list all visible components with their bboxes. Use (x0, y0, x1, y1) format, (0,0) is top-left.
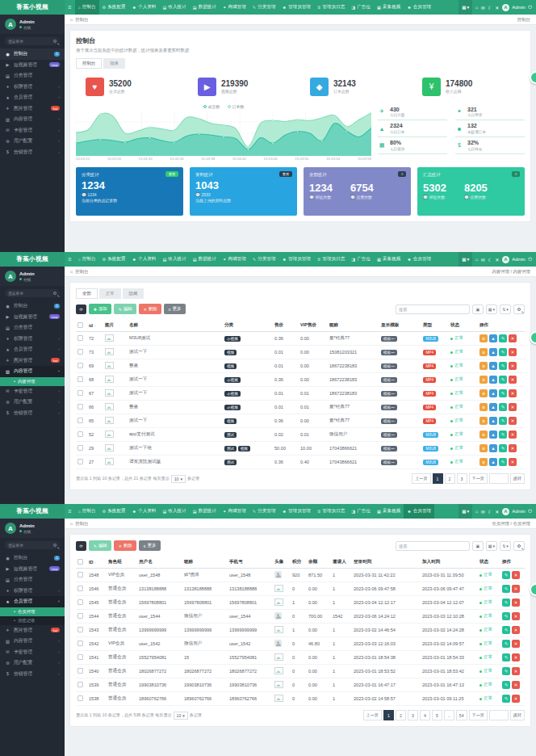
detail-button[interactable]: ≡ (479, 362, 488, 370)
row-checkbox[interactable] (77, 335, 83, 341)
delete-row-button[interactable]: ✕ (509, 430, 517, 439)
page-button-4[interactable]: 4 (420, 710, 430, 720)
delete-row-button[interactable]: ✕ (512, 598, 520, 607)
tab-1[interactable]: 报表 (103, 58, 125, 69)
edit-row-button[interactable]: ✎ (499, 444, 507, 452)
detail-button[interactable]: ≡ (479, 403, 488, 411)
mail-icon[interactable]: ✉ (481, 257, 485, 262)
sidebar-search-input[interactable]: 搜索菜单 (5, 37, 60, 45)
edit-row-button[interactable]: ✎ (499, 458, 507, 466)
page-size-select[interactable]: 10▾ (171, 475, 186, 483)
edit-row-button[interactable]: ✎ (499, 417, 507, 425)
sort-button[interactable]: ⇅▾ (500, 304, 511, 314)
sidebar-item[interactable]: ◉控制台1 (0, 48, 65, 60)
mail-icon[interactable]: ✉ (481, 5, 485, 10)
select-all-checkbox[interactable] (77, 322, 83, 328)
nav-item[interactable]: ⚙系统配置 (99, 0, 129, 15)
nav-item[interactable]: ✦商城管理 (220, 252, 249, 267)
logout-icon[interactable]: ⏻ (528, 509, 532, 514)
page-button-2[interactable]: 2 (396, 710, 406, 720)
delete-row-button[interactable]: ✕ (509, 458, 517, 466)
sidebar-item[interactable]: ★会员管理‹ (0, 344, 65, 355)
avatar[interactable]: A (5, 19, 16, 30)
delete-row-button[interactable]: ✕ (509, 334, 517, 342)
nav-item[interactable]: ≣管理员日志 (314, 504, 348, 519)
nav-item[interactable]: ☻会员管理 (404, 252, 434, 267)
delete-button[interactable]: ✕删除 (114, 540, 136, 551)
page-jump-input[interactable] (489, 473, 509, 484)
top-button[interactable]: ▲ (489, 417, 497, 425)
sidebar-item[interactable]: ♦权限管理‹ (0, 82, 65, 93)
delete-row-button[interactable]: ✕ (512, 653, 520, 662)
row-checkbox[interactable] (77, 418, 83, 423)
edit-row-button[interactable]: ✎ (499, 334, 507, 342)
row-checkbox[interactable] (77, 599, 83, 605)
legend-item[interactable]: 成交数 (203, 104, 220, 109)
page-button-1[interactable]: 1 (433, 473, 443, 484)
detail-button[interactable]: ≡ (479, 334, 488, 342)
sidebar-subitem[interactable]: •会员管理 (0, 607, 65, 616)
nav-item[interactable]: ✦商城管理 (220, 0, 249, 15)
edit-button[interactable]: ✎编辑 (114, 304, 136, 314)
search-submit-button[interactable] (513, 541, 525, 551)
sidebar-item[interactable]: ▶短视频管理new (0, 564, 65, 575)
delete-row-button[interactable]: ✕ (509, 417, 517, 425)
nav-item[interactable]: ☻个人资料 (129, 252, 160, 267)
nav-item[interactable]: ☻管理员管理 (278, 252, 313, 267)
prev-page-button[interactable]: 上一页 (363, 710, 382, 720)
nav-item[interactable]: ▤收入统计 (159, 252, 189, 267)
columns-button[interactable]: ▦▾ (486, 304, 497, 314)
avatar[interactable]: A (502, 256, 509, 263)
next-page-button[interactable]: 下一页 (469, 710, 488, 720)
edit-row-button[interactable]: ✎ (499, 389, 507, 397)
top-button[interactable]: ▲ (489, 403, 497, 411)
nav-item[interactable]: ☻个人资料 (129, 0, 160, 15)
sidebar-item[interactable]: ◉控制台1 (0, 552, 65, 564)
sidebar-item[interactable]: ⚙用户配置‹ (0, 397, 65, 408)
page-button-5[interactable]: 5 (432, 710, 442, 720)
sidebar-item[interactable]: $营销管理‹ (0, 408, 65, 419)
avatar[interactable]: A (502, 508, 509, 515)
layout-switch-button[interactable]: ▦▾ (459, 0, 472, 15)
sidebar-item[interactable]: ★会员管理▾ (0, 596, 65, 607)
delete-row-button[interactable]: ✕ (512, 571, 520, 579)
edit-row-button[interactable]: ✎ (502, 598, 510, 607)
page-button-1[interactable]: 1 (383, 710, 394, 720)
sidebar-item[interactable]: ▧内容管理▾ (0, 366, 65, 377)
refresh-button[interactable]: ⟳ (76, 541, 86, 551)
page-button-2[interactable]: 2 (445, 473, 455, 484)
sidebar-item[interactable]: ⚙用户配置‹ (0, 657, 65, 669)
summary-badge[interactable]: ≡ (512, 171, 520, 177)
layout-switch-button[interactable]: ▦▾ (459, 252, 472, 267)
row-checkbox[interactable] (77, 572, 83, 578)
nav-item[interactable]: ✎分类管理 (249, 504, 279, 519)
edit-row-button[interactable]: ✎ (502, 695, 510, 703)
table-search-input[interactable] (396, 541, 470, 551)
detail-button[interactable]: ≡ (479, 417, 488, 425)
edit-row-button[interactable]: ✎ (499, 362, 507, 370)
table-search-input[interactable] (396, 304, 470, 314)
tab-2[interactable]: 隐藏 (123, 288, 144, 299)
avatar[interactable]: A (5, 271, 16, 282)
sidebar-item[interactable]: ♦权限管理‹ (0, 586, 65, 597)
nav-item[interactable]: ⌂控制台 (75, 0, 99, 15)
nav-item[interactable]: ▦采集视频 (374, 504, 404, 519)
nav-item[interactable]: ☻管理员管理 (278, 504, 313, 519)
row-checkbox[interactable] (77, 613, 83, 619)
nav-item[interactable]: ≣管理员日志 (314, 252, 348, 267)
page-button-..[interactable]: .. (444, 710, 454, 720)
delete-row-button[interactable]: ✕ (509, 348, 517, 356)
page-jump-button[interactable]: 跳转 (510, 473, 525, 484)
page-size-select[interactable]: 10▾ (174, 712, 188, 720)
top-button[interactable]: ▲ (489, 376, 497, 384)
sidebar-search-input[interactable]: 搜索菜单 (5, 541, 60, 549)
row-checkbox[interactable] (77, 586, 83, 591)
delete-row-button[interactable]: ✕ (512, 667, 520, 675)
more-button[interactable]: ≡更多 (164, 304, 186, 314)
top-button[interactable]: ▲ (489, 458, 497, 466)
edit-row-button[interactable]: ✎ (502, 612, 510, 620)
sidebar-toggle[interactable]: ☰ (65, 252, 75, 267)
nav-item[interactable]: ☻会员管理 (404, 504, 434, 519)
nav-item[interactable]: ▤数据统计 (190, 252, 220, 267)
summary-badge[interactable]: ≡ (398, 171, 406, 177)
